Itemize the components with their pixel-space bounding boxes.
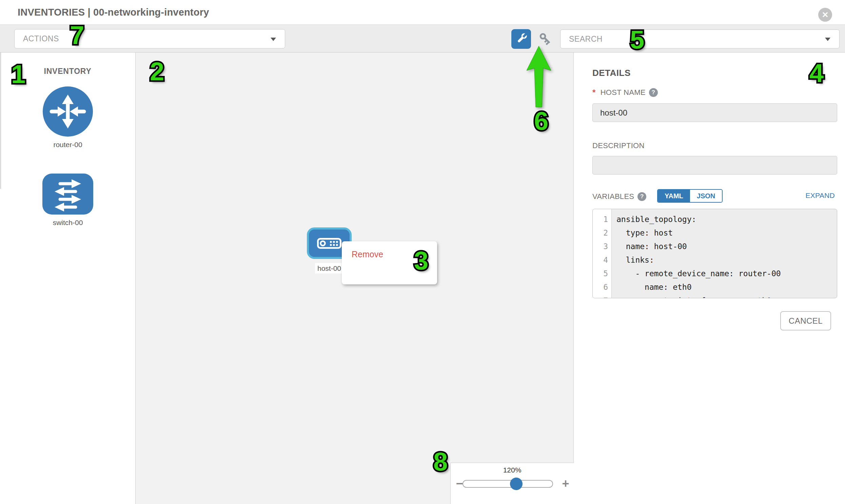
zoom-level-value: 120% xyxy=(451,466,574,474)
sidebar-item-label: switch-00 xyxy=(0,219,136,227)
context-menu-item-remove[interactable]: Remove xyxy=(342,246,437,263)
node-context-menu: Details Remove xyxy=(342,241,437,284)
wrench-icon xyxy=(515,33,528,46)
switch-icon xyxy=(42,174,93,215)
variables-label: VARIABLES ? xyxy=(592,192,646,201)
line-number: 4 xyxy=(593,253,611,267)
zoom-slider-thumb[interactable] xyxy=(510,478,523,490)
details-panel-title: DETAILS xyxy=(592,68,631,78)
tab-json[interactable]: JSON xyxy=(690,190,722,202)
variables-label-text: VARIABLES xyxy=(592,192,634,201)
sidebar-item-router[interactable]: router-00 xyxy=(0,86,136,149)
header-bar: INVENTORIES | 00-networking-inventory ✕ xyxy=(0,0,845,24)
key-button[interactable] xyxy=(538,31,554,48)
variables-code-editor[interactable]: 1 2 3 4 5 6 7 ansible_topology: type: ho… xyxy=(592,209,837,298)
zoom-control-panel: 120% − + xyxy=(450,463,574,504)
tools-button[interactable] xyxy=(511,29,531,49)
line-number: 7 xyxy=(593,294,611,298)
line-number: 2 xyxy=(593,226,611,240)
editor-code-area[interactable]: ansible_topology: type: host name: host-… xyxy=(612,209,837,298)
close-icon[interactable]: ✕ xyxy=(818,8,832,22)
description-field[interactable] xyxy=(592,156,837,175)
host-name-field[interactable]: host-00 xyxy=(592,103,837,122)
host-name-label: * HOST NAME ? xyxy=(592,88,658,97)
chevron-down-icon xyxy=(270,38,276,41)
inventory-sidebar: INVENTORY router-00 xyxy=(0,53,136,504)
description-label: DESCRIPTION xyxy=(592,141,645,150)
required-asterisk: * xyxy=(592,88,596,97)
details-panel: DETAILS * HOST NAME ? host-00 DESCRIPTIO… xyxy=(574,53,845,504)
sidebar-item-label: router-00 xyxy=(0,141,136,149)
actions-dropdown[interactable]: ACTIONS xyxy=(14,29,285,49)
help-icon[interactable]: ? xyxy=(637,192,646,201)
code-line: name: host-00 xyxy=(616,240,837,253)
actions-dropdown-label: ACTIONS xyxy=(23,34,59,43)
host-node-label: host-00 xyxy=(315,263,344,273)
code-line: name: eth0 xyxy=(616,280,837,294)
zoom-in-button[interactable]: + xyxy=(559,476,573,491)
cancel-button[interactable]: CANCEL xyxy=(780,311,831,330)
code-line: links: xyxy=(616,253,837,267)
variables-format-toggle: YAML JSON xyxy=(657,189,723,203)
expand-link[interactable]: EXPAND xyxy=(805,192,835,200)
page-title: INVENTORIES | 00-networking-inventory xyxy=(18,0,209,24)
code-line: ansible_topology: xyxy=(616,213,837,226)
host-name-label-text: HOST NAME xyxy=(600,88,646,97)
editor-line-numbers: 1 2 3 4 5 6 7 xyxy=(593,209,612,298)
search-input-placeholder: SEARCH xyxy=(569,35,602,44)
toolbar: ACTIONS xyxy=(0,24,845,53)
help-icon[interactable]: ? xyxy=(649,88,658,97)
code-line: - remote_device_name: router-00 xyxy=(616,267,837,280)
line-number: 5 xyxy=(593,267,611,280)
chevron-down-icon xyxy=(825,38,830,41)
search-dropdown[interactable]: SEARCH xyxy=(560,30,840,49)
tab-yaml[interactable]: YAML xyxy=(658,190,690,202)
inventory-topology-window: INVENTORIES | 00-networking-inventory ✕ … xyxy=(0,0,845,504)
sidebar-item-switch[interactable]: switch-00 xyxy=(0,174,136,227)
sidebar-title: INVENTORY xyxy=(0,67,135,76)
key-icon xyxy=(538,32,554,47)
line-number: 3 xyxy=(593,240,611,253)
line-number: 1 xyxy=(593,213,611,226)
zoom-slider-track[interactable] xyxy=(462,480,553,488)
server-icon xyxy=(317,238,341,249)
code-line: type: host xyxy=(616,226,837,240)
code-line: remote_interface_name: eth0 xyxy=(616,294,837,298)
router-icon xyxy=(43,86,93,137)
line-number: 6 xyxy=(593,280,611,294)
description-label-text: DESCRIPTION xyxy=(592,141,645,150)
topology-canvas[interactable]: host-00 Details Remove 120% − + xyxy=(136,53,574,504)
